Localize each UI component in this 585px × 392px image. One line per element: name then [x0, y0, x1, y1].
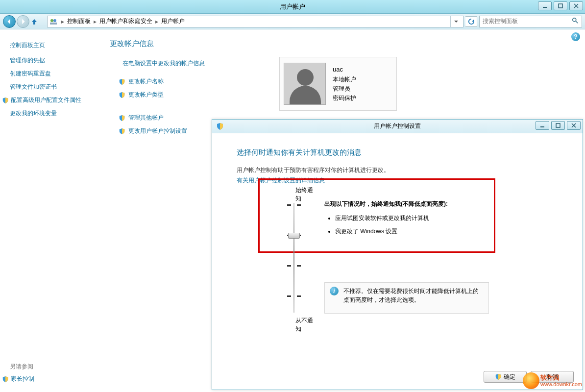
sidebar: 控制面板主页 管理你的凭据 创建密码重置盘 管理文件加密证书 配置高级用户配置文…	[0, 29, 98, 392]
shield-icon	[216, 122, 224, 130]
uac-dialog: 用户帐户控制设置 选择何时通知你有关计算机更改的消息 用户帐户控制有助于预防有害…	[212, 119, 583, 390]
uac-minimize-button[interactable]	[536, 121, 549, 130]
watermark-text-top: 软件园	[540, 374, 560, 381]
close-button[interactable]	[569, 1, 583, 10]
watermark-text-bottom: www.downkr.com	[540, 381, 582, 387]
user-name: uac	[333, 65, 356, 75]
svg-point-3	[53, 19, 56, 22]
search-input[interactable]: 搜索控制面板	[479, 16, 582, 27]
help-icon[interactable]: ?	[571, 32, 580, 41]
up-button[interactable]	[30, 18, 38, 25]
minimize-button[interactable]	[538, 1, 552, 10]
slider-label-top: 始终通知	[295, 186, 317, 203]
ok-button[interactable]: 确定	[484, 371, 527, 383]
uac-description: 用户帐户控制有助于预防有害程序对你的计算机进行更改。	[237, 166, 566, 174]
uac-recommendation: i 不推荐。仅在需要花费很长时间才能降低计算机上的桌面亮度时，才选择此选项。	[324, 282, 489, 314]
sidebar-heading[interactable]: 控制面板主页	[10, 41, 95, 49]
path-sep-icon: ▸	[92, 18, 98, 25]
user-info: uac 本地帐户 管理员 密码保护	[333, 65, 356, 103]
shield-icon	[119, 115, 125, 122]
uac-close-button[interactable]	[567, 121, 581, 130]
search-icon	[572, 17, 579, 25]
address-bar[interactable]: ▸ 控制面板 ▸ 用户帐户和家庭安全 ▸ 用户帐户	[47, 16, 463, 27]
uac-maximize-button[interactable]	[551, 121, 565, 130]
shield-icon	[119, 92, 125, 98]
slider-label-bottom: 从不通知	[295, 317, 317, 333]
path-sep-icon: ▸	[59, 18, 66, 25]
user-card: uac 本地帐户 管理员 密码保护	[279, 57, 397, 111]
user-role: 管理员	[333, 84, 356, 94]
shield-icon	[2, 376, 9, 383]
uac-heading: 选择何时通知你有关计算机更改的消息	[237, 148, 566, 157]
sidebar-item-environment-variables[interactable]: 更改我的环境变量	[10, 109, 95, 118]
slider-track[interactable]	[293, 203, 294, 313]
forward-button[interactable]	[17, 15, 29, 28]
back-button[interactable]	[3, 15, 16, 28]
sidebar-item-advanced-profiles[interactable]: 配置高级用户配置文件属性	[2, 96, 95, 104]
svg-point-2	[50, 19, 53, 22]
see-also-heading: 另请参阅	[10, 363, 34, 371]
uac-level-bullet: 我更改了 Windows 设置	[335, 227, 490, 236]
page-heading: 更改帐户信息	[110, 39, 573, 49]
navigation-bar: ▸ 控制面板 ▸ 用户帐户和家庭安全 ▸ 用户帐户 搜索控制面板	[0, 14, 585, 29]
sidebar-item-parental-controls[interactable]: 家长控制	[2, 375, 34, 383]
shield-icon	[495, 373, 502, 380]
sidebar-item-password-reset-disk[interactable]: 创建密码重置盘	[10, 70, 95, 78]
info-icon: i	[330, 287, 339, 295]
svg-point-5	[573, 18, 576, 22]
window-titlebar: 用户帐户	[0, 0, 585, 14]
window-buttons	[538, 1, 583, 10]
slider-thumb[interactable]	[288, 233, 300, 239]
avatar	[284, 63, 326, 105]
uac-level-heading: 出现以下情况时，始终通知我(不降低桌面亮度):	[324, 200, 490, 208]
svg-rect-4	[50, 23, 57, 24]
refresh-button[interactable]	[465, 16, 477, 27]
watermark: 软件园 www.downkr.com	[523, 372, 582, 389]
uac-level-bullet: 应用试图安装软件或更改我的计算机	[335, 214, 490, 222]
shield-icon	[119, 78, 125, 85]
svg-rect-0	[543, 7, 547, 8]
svg-rect-1	[559, 4, 562, 8]
user-account-type: 本地帐户	[333, 75, 356, 84]
maximize-button[interactable]	[554, 1, 567, 10]
uac-level-description: 出现以下情况时，始终通知我(不降低桌面亮度): 应用试图安装软件或更改我的计算机…	[324, 200, 490, 241]
svg-rect-7	[540, 126, 544, 127]
location-icon	[49, 18, 57, 25]
path-sep-icon: ▸	[153, 18, 160, 25]
search-placeholder: 搜索控制面板	[483, 17, 518, 25]
shield-icon	[2, 97, 9, 104]
uac-title: 用户帐户控制设置	[374, 122, 421, 130]
breadcrumb-seg-2[interactable]: 用户帐户和家庭安全	[98, 17, 153, 25]
svg-line-6	[576, 21, 578, 23]
watermark-logo-icon	[523, 372, 539, 389]
breadcrumb-seg-1[interactable]: 控制面板	[66, 17, 92, 25]
user-password-status: 密码保护	[333, 94, 356, 103]
sidebar-item-credentials[interactable]: 管理你的凭据	[10, 56, 95, 65]
svg-rect-8	[556, 123, 560, 127]
window-title: 用户帐户	[280, 2, 305, 11]
uac-titlebar: 用户帐户控制设置	[212, 120, 583, 133]
uac-recommendation-text: 不推荐。仅在需要花费很长时间才能降低计算机上的桌面亮度时，才选择此选项。	[343, 287, 484, 309]
sidebar-item-file-encryption-certificates[interactable]: 管理文件加密证书	[10, 83, 95, 91]
address-dropdown-icon[interactable]	[450, 16, 461, 27]
shield-icon	[119, 128, 125, 135]
breadcrumb-seg-3[interactable]: 用户帐户	[160, 17, 186, 25]
uac-window-buttons	[536, 121, 581, 130]
